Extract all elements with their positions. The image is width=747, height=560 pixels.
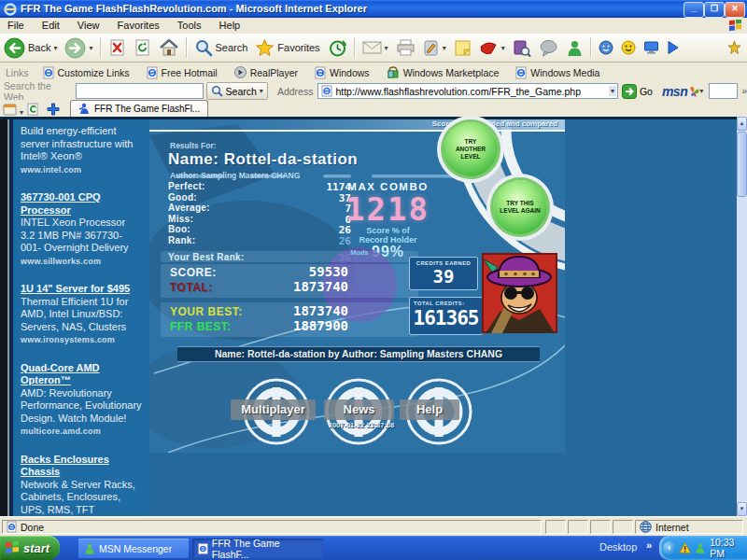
tab-refresh-button[interactable] (25, 102, 41, 116)
total-credits-label: TOTAL CREDITS: (410, 298, 482, 306)
tab-ffr[interactable]: FFR The Game FlashFl... (70, 100, 208, 117)
link-windows-media[interactable]: Windows Media (507, 66, 608, 79)
history-button[interactable] (324, 35, 351, 60)
clock: 10:33 PM (710, 537, 747, 559)
smiley-button[interactable] (617, 35, 640, 60)
favorites-button[interactable]: Favorites (251, 35, 323, 60)
go-button[interactable]: Go (622, 84, 653, 99)
address-input[interactable]: http://www.flashflashrevolution.com/FFR_… (317, 83, 617, 99)
window-icon (3, 103, 17, 116)
desktop-toolbar-label[interactable]: Desktop (599, 541, 637, 553)
msn-toolbar-logo[interactable]: msn ▾ (662, 84, 703, 99)
multiplayer-button[interactable]: Multiplayer (231, 399, 316, 420)
stop-icon (108, 38, 126, 57)
search-icon (194, 38, 213, 57)
ffr-best-value: 1887900 (232, 318, 348, 333)
print-button[interactable] (392, 35, 419, 60)
menu-help[interactable]: Help (212, 18, 248, 31)
start-button[interactable]: start (0, 536, 60, 560)
play-button[interactable] (663, 35, 684, 60)
address-dropdown-icon[interactable]: ▾ (609, 86, 616, 96)
link-free-hotmail[interactable]: Free Hotmail (138, 66, 226, 79)
vertical-scrollbar[interactable]: ▲ ▼ (737, 117, 747, 516)
back-button[interactable]: Back ▾ (0, 35, 61, 60)
try-another-level-button[interactable]: TRY ANOTHER LEVEL (444, 122, 498, 176)
ad-title-link[interactable]: 367730-001 CPQ Processor (21, 191, 142, 217)
ad-item: Quad-Core AMD Opteron™ AMD: Revolutionar… (21, 362, 142, 439)
messenger-button[interactable] (535, 35, 562, 60)
favorites-label: Favorites (277, 42, 319, 53)
score-label: SCORE: (170, 266, 217, 279)
ad-title-link[interactable]: Quad-Core AMD Opteron™ (21, 362, 142, 387)
forward-button[interactable]: ▾ (61, 35, 96, 60)
tab-home-dropdown-icon[interactable]: ▾ (20, 108, 23, 117)
link-realplayer[interactable]: RealPlayer (226, 66, 306, 78)
ad-title-link[interactable]: 1U 14" Server for $495 (21, 283, 142, 296)
link-windows-marketplace[interactable]: Windows Marketplace (378, 66, 508, 78)
msn-messenger-tray-icon[interactable] (695, 542, 706, 554)
scrollbar-thumb[interactable] (737, 132, 747, 197)
edit-dropdown-icon[interactable]: ▾ (443, 44, 446, 52)
new-tab-button[interactable] (45, 102, 61, 116)
ad-body: INTEL Xeon Processor 3.2 1MB PN# 367730-… (21, 217, 142, 255)
menu-edit[interactable]: Edit (35, 18, 67, 31)
overflow-chevron-icon[interactable]: » (741, 86, 747, 96)
task-msn-messenger[interactable]: MSN Messenger (78, 539, 189, 558)
msn-messenger-button[interactable] (562, 35, 587, 60)
msn-dropdown-icon[interactable]: ▾ (699, 87, 703, 95)
ad-title-link[interactable]: Racks Enclosures Chassis (21, 454, 142, 479)
back-dropdown-icon[interactable]: ▾ (53, 44, 57, 52)
im-status-button[interactable] (595, 35, 617, 60)
web-search-input[interactable] (76, 83, 203, 99)
stop-button[interactable] (105, 35, 130, 60)
tab-home-button[interactable] (2, 102, 18, 116)
research-button[interactable] (509, 35, 535, 60)
forward-icon (64, 37, 86, 59)
scroll-up-button[interactable]: ▲ (737, 117, 747, 131)
ad-url[interactable]: www.ironsystems.com (21, 334, 142, 347)
menu-tools[interactable]: Tools (170, 18, 209, 31)
scroll-down-button[interactable]: ▼ (737, 502, 747, 516)
status-done: Done (21, 522, 44, 533)
link-windows[interactable]: Windows (306, 66, 378, 79)
ad-url[interactable]: multicore.amd.com (21, 426, 142, 439)
mail-dropdown-icon[interactable]: ▾ (385, 44, 388, 52)
forward-dropdown-icon[interactable]: ▾ (89, 44, 92, 52)
maximize-button[interactable]: ❐ (704, 2, 725, 18)
address-url[interactable]: http://www.flashflashrevolution.com/FFR_… (335, 86, 581, 97)
desktop-overflow-chevron-icon[interactable]: » (646, 539, 652, 551)
news-button[interactable]: News (324, 399, 394, 420)
home-button[interactable] (155, 35, 183, 60)
mail-button[interactable]: ▾ (359, 35, 392, 60)
addon-button[interactable] (724, 35, 745, 60)
ad-url[interactable]: www.sillworks.com (21, 256, 142, 269)
realplayer-button[interactable]: ▾ (475, 35, 509, 60)
monitor-button[interactable] (640, 35, 663, 60)
taskbar: start MSN Messenger FFR The Game FlashF.… (0, 536, 747, 560)
menu-file[interactable]: File (0, 18, 32, 31)
help-button[interactable]: Help (400, 399, 459, 420)
player-avatar[interactable] (482, 253, 557, 333)
search-dropdown-icon[interactable]: ▾ (260, 87, 263, 95)
realplayer-dropdown-icon[interactable]: ▾ (501, 44, 505, 52)
stat-label: Good: (168, 192, 197, 203)
warning-tray-icon[interactable] (679, 541, 691, 554)
minimize-button[interactable]: _ (684, 2, 704, 18)
try-this-level-again-button[interactable]: TRY THIS LEVEL AGAIN (493, 180, 547, 234)
refresh-button[interactable] (130, 35, 155, 60)
total-credits-value: 161365 (410, 306, 482, 330)
msn-search-input[interactable] (709, 83, 738, 99)
link-customize-links[interactable]: Customize Links (35, 66, 138, 79)
mail-icon (362, 40, 382, 55)
hide-tray-icons-button[interactable]: ‹ (663, 541, 675, 555)
search-button[interactable]: Search (190, 35, 252, 60)
menu-favorites[interactable]: Favorites (110, 18, 167, 31)
web-search-button[interactable]: Search ▾ (206, 82, 268, 100)
edit-button[interactable]: ▾ (419, 35, 450, 60)
ad-url[interactable]: www.intel.com (21, 164, 142, 177)
menu-view[interactable]: View (70, 18, 107, 31)
task-ffr[interactable]: FFR The Game FlashF... (192, 539, 323, 558)
page-left-border (0, 117, 7, 516)
notes-button[interactable] (450, 35, 475, 60)
close-button[interactable]: ✕ (725, 2, 745, 18)
